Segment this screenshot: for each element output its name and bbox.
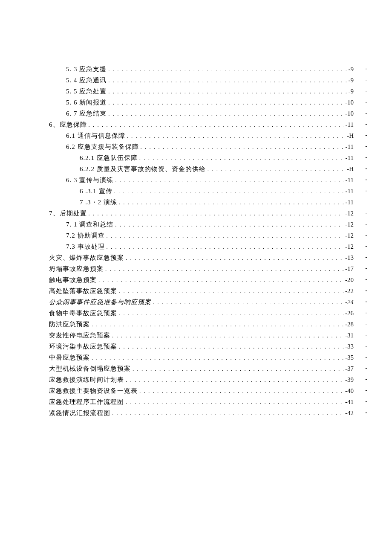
trailing-dash-mark: - [365, 86, 367, 96]
trailing-dash-mark: - [365, 375, 367, 384]
table-of-contents: 5. 3 应急支援-9-5. 4 应急通讯-9-5. 5 应急处置-9-5. 6… [49, 64, 354, 418]
toc-entry: 6.1 通信与信息保障-H- [49, 131, 354, 141]
toc-leader-dots [108, 76, 346, 85]
toc-entry: 5. 6 新闻报道-10- [49, 97, 354, 108]
trailing-dash-mark: - [365, 253, 367, 262]
toc-leader-dots [108, 87, 346, 96]
trailing-dash-mark: - [365, 319, 367, 328]
toc-entry: 6 .3.1 宣传-11- [49, 186, 354, 196]
toc-leader-dots [139, 154, 344, 163]
toc-page-number: -9 [349, 75, 354, 85]
trailing-dash-mark: - [365, 97, 367, 107]
toc-label: 5. 5 应急处置 [66, 86, 107, 96]
toc-label: 触电事故急预案 [49, 275, 97, 285]
toc-leader-dots [119, 198, 344, 207]
toc-label: 大型机械设备倒塌应急预案 [49, 363, 131, 374]
toc-page-number: -41 [345, 397, 354, 407]
toc-entry: 应急救援演练时间计划表-39- [49, 375, 354, 385]
trailing-dash-mark: - [365, 153, 367, 162]
toc-leader-dots [141, 143, 344, 152]
toc-page-number: -13 [345, 253, 354, 263]
toc-leader-dots [133, 365, 343, 374]
toc-entry: 6.2 应急支援与装备保障-11- [49, 142, 354, 152]
toc-page-number: -11 [346, 197, 354, 207]
toc-page-number: -11 [346, 119, 354, 130]
toc-page-number: -24 [345, 297, 354, 307]
toc-leader-dots [153, 298, 343, 307]
toc-page-number: -37 [345, 363, 354, 374]
trailing-dash-mark: - [365, 352, 367, 362]
trailing-dash-mark: - [365, 164, 367, 173]
toc-page-number: -11 [346, 186, 354, 196]
toc-page-number: -40 [345, 386, 354, 396]
toc-label: 食物中毒事故应急预案 [49, 308, 117, 318]
toc-entry: 中暑应急预案-35- [49, 352, 354, 363]
trailing-dash-mark: - [365, 119, 367, 129]
toc-leader-dots [89, 209, 344, 218]
toc-leader-dots [108, 110, 343, 119]
toc-leader-dots [105, 265, 343, 274]
trailing-dash-mark: - [365, 264, 367, 273]
toc-leader-dots [92, 320, 343, 329]
trailing-dash-mark: - [365, 230, 367, 240]
toc-entry: 食物中毒事故应急预案-26- [49, 308, 354, 318]
toc-leader-dots [127, 132, 346, 141]
toc-entry: 5. 5 应急处置-9- [49, 86, 354, 96]
toc-page-number: -17 [345, 264, 354, 274]
toc-entry: 触电事故急预案-20- [49, 275, 354, 285]
toc-label: 6. 7 应急结束 [66, 108, 107, 119]
trailing-dash-mark: - [365, 330, 367, 340]
toc-page-number: -12 [345, 241, 354, 252]
toc-page-number: -H [347, 164, 354, 174]
toc-page-number: -9 [349, 64, 354, 74]
toc-leader-dots [108, 65, 346, 74]
toc-page-number: -33 [345, 341, 354, 352]
toc-label: 紧急情况汇报流程图 [49, 408, 110, 418]
trailing-dash-mark: - [365, 175, 367, 184]
trailing-dash-mark: - [365, 64, 367, 73]
toc-label: 应急救援演练时间计划表 [49, 375, 124, 385]
toc-label: 6.2.1 应急队伍保障 [80, 153, 138, 163]
toc-leader-dots [139, 387, 343, 396]
toc-leader-dots [115, 221, 343, 230]
toc-label: 7 .3・2 演练 [80, 197, 117, 207]
toc-entry: 6.2.1 应急队伍保障-11- [49, 153, 354, 163]
toc-page-number: -20 [345, 275, 354, 285]
toc-entry: 火灾、爆炸事故应急预案-13- [49, 253, 354, 263]
toc-label: 坍塌事故应急预案 [49, 264, 104, 274]
trailing-dash-mark: - [365, 286, 367, 295]
trailing-dash-mark: - [365, 208, 367, 218]
toc-entry: 突发性停电应急预案-31- [49, 330, 354, 340]
trailing-dash-mark: - [365, 108, 367, 118]
toc-entry: 大型机械设备倒塌应急预案-37- [49, 363, 354, 374]
toc-label: 防洪应急预案 [49, 319, 90, 329]
toc-leader-dots [126, 398, 343, 407]
toc-entry: 应急处理程序工作流程图-41- [49, 397, 354, 407]
toc-page-number: -28 [345, 319, 354, 329]
toc-entry: 应急救援主要物资设备一览表-40- [49, 386, 354, 396]
toc-label: 突发性停电应急预案 [49, 330, 110, 340]
toc-entry: 6. 3 宣传与演练-11- [49, 175, 354, 185]
toc-page-number: -35 [345, 352, 354, 363]
toc-label: 5. 4 应急通讯 [66, 75, 107, 85]
toc-leader-dots [112, 331, 343, 340]
toc-entry: 6.2.2 质量及灾害事故的物资、资金的供给-H- [49, 164, 354, 174]
toc-entry: 5. 4 应急通讯-9- [49, 75, 354, 85]
toc-label: 6.2 应急支援与装备保障 [66, 142, 139, 152]
toc-page-number: -11 [346, 142, 354, 152]
trailing-dash-mark: - [365, 142, 367, 151]
toc-page-number: -12 [345, 219, 354, 230]
toc-page-number: -31 [345, 330, 354, 340]
toc-leader-dots [98, 276, 343, 285]
toc-page-number: -42 [345, 408, 354, 418]
toc-page-number: -12 [345, 208, 354, 218]
toc-label: 5. 3 应急支援 [66, 64, 107, 74]
toc-label: 7、后期处置 [49, 208, 87, 218]
toc-leader-dots [92, 354, 343, 363]
toc-entry: 6、应急保障-11- [49, 119, 354, 130]
toc-entry: 环境污染事故应急预案-33- [49, 341, 354, 352]
toc-leader-dots [119, 343, 343, 352]
trailing-dash-mark: - [365, 308, 367, 317]
toc-page-number: -12 [345, 230, 354, 241]
toc-page-number: -10 [345, 108, 354, 119]
